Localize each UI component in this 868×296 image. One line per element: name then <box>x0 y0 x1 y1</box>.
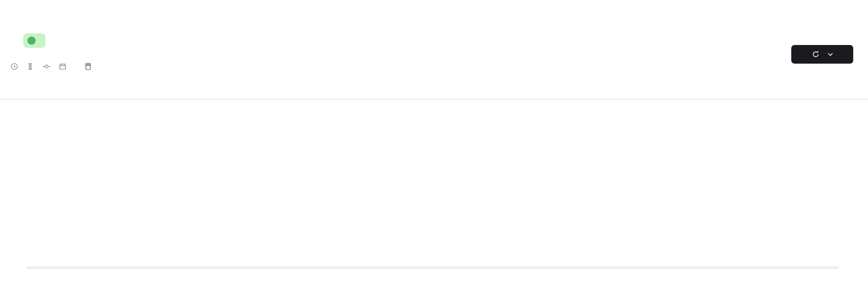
check-icon <box>27 37 36 45</box>
commit-icon <box>42 63 51 70</box>
page <box>0 0 868 296</box>
chevron-down-icon <box>828 52 833 57</box>
clock-icon <box>11 63 18 70</box>
status-badge <box>23 33 45 48</box>
time-range <box>11 63 21 70</box>
refresh-icon <box>812 50 820 58</box>
rerun-button[interactable] <box>791 45 853 64</box>
run-meta-row <box>11 60 103 72</box>
trigger-type <box>59 63 70 70</box>
documentation-icon <box>84 62 92 71</box>
tabs-divider <box>0 99 868 99</box>
duration <box>26 63 37 70</box>
commit-hash <box>42 63 54 70</box>
title-row <box>13 33 45 48</box>
view-documentation-link[interactable] <box>84 62 95 71</box>
hourglass-icon <box>26 63 34 70</box>
calendar-icon <box>59 63 67 70</box>
minimap-track <box>27 266 839 269</box>
